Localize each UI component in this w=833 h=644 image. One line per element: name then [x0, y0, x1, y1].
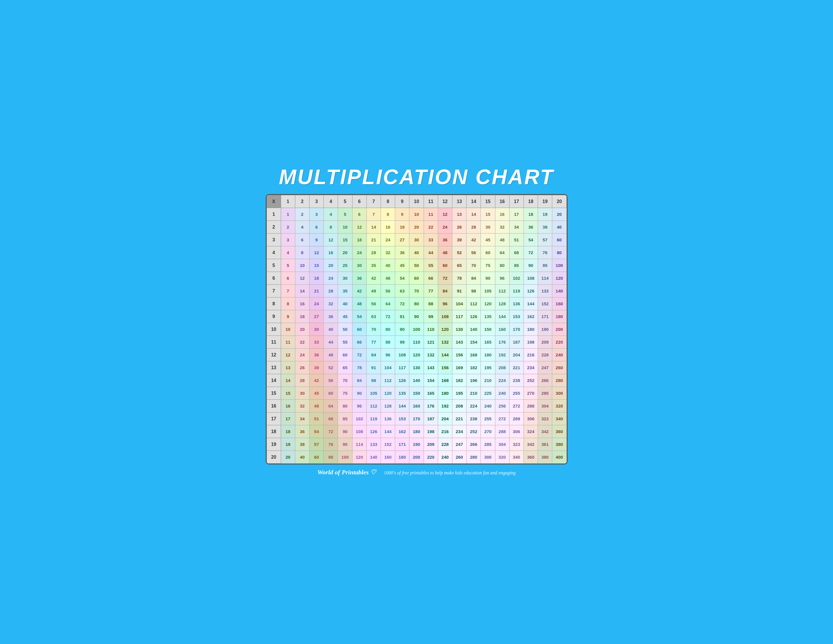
cell-18-4: 72 — [324, 425, 338, 438]
cell-19-1: 19 — [281, 438, 295, 451]
cell-14-12: 168 — [438, 374, 452, 387]
cell-3-13: 39 — [452, 233, 466, 246]
cell-16-20: 320 — [552, 400, 566, 412]
cell-11-7: 77 — [367, 336, 381, 349]
cell-20-18: 360 — [524, 451, 538, 464]
cell-11-16: 176 — [495, 336, 509, 349]
row-header-18: 18 — [267, 425, 281, 438]
table-row-9: 9918273645546372819099108117126135144153… — [267, 310, 566, 323]
cell-19-13: 247 — [452, 438, 466, 451]
cell-12-5: 60 — [338, 349, 352, 361]
cell-18-18: 324 — [524, 425, 538, 438]
row-header-4: 4 — [267, 246, 281, 259]
cell-10-12: 120 — [438, 323, 452, 336]
col-header-15: 15 — [481, 195, 495, 208]
table-row-8: 8816243240485664728088961041121201281361… — [267, 298, 566, 310]
cell-13-14: 182 — [466, 361, 481, 374]
col-header-4: 4 — [324, 195, 338, 208]
cell-5-7: 35 — [367, 259, 381, 272]
cell-11-11: 121 — [424, 336, 438, 349]
cell-13-3: 39 — [309, 361, 324, 374]
cell-2-8: 16 — [381, 221, 395, 233]
cell-4-2: 8 — [295, 246, 309, 259]
cell-13-9: 117 — [395, 361, 409, 374]
cell-16-3: 48 — [309, 400, 324, 412]
cell-2-19: 38 — [538, 221, 552, 233]
cell-4-17: 68 — [509, 246, 524, 259]
cell-12-14: 168 — [466, 349, 481, 361]
cell-13-15: 195 — [481, 361, 495, 374]
cell-18-9: 162 — [395, 425, 409, 438]
cell-19-17: 323 — [509, 438, 524, 451]
cell-16-6: 96 — [352, 400, 367, 412]
cell-6-12: 72 — [438, 272, 452, 285]
cell-6-3: 18 — [309, 272, 324, 285]
cell-20-7: 140 — [367, 451, 381, 464]
col-header-17: 17 — [509, 195, 524, 208]
cell-4-6: 24 — [352, 246, 367, 259]
cell-12-2: 24 — [295, 349, 309, 361]
cell-1-12: 12 — [438, 208, 452, 221]
cell-17-7: 119 — [367, 412, 381, 425]
cell-18-11: 198 — [424, 425, 438, 438]
cell-6-5: 30 — [338, 272, 352, 285]
cell-14-9: 126 — [395, 374, 409, 387]
cell-10-17: 170 — [509, 323, 524, 336]
cell-11-18: 198 — [524, 336, 538, 349]
cell-16-16: 256 — [495, 400, 509, 412]
cell-9-16: 144 — [495, 310, 509, 323]
cell-6-10: 60 — [409, 272, 424, 285]
cell-18-10: 180 — [409, 425, 424, 438]
cell-20-14: 280 — [466, 451, 481, 464]
cell-2-9: 18 — [395, 221, 409, 233]
col-header-7: 7 — [367, 195, 381, 208]
table-row-12: 1212243648607284961081201321441561681801… — [267, 349, 566, 361]
cell-3-4: 12 — [324, 233, 338, 246]
row-header-12: 12 — [267, 349, 281, 361]
cell-16-9: 144 — [395, 400, 409, 412]
cell-17-20: 340 — [552, 412, 566, 425]
cell-16-8: 128 — [381, 400, 395, 412]
cell-12-16: 192 — [495, 349, 509, 361]
cell-15-16: 240 — [495, 387, 509, 400]
cell-9-12: 108 — [438, 310, 452, 323]
cell-13-7: 91 — [367, 361, 381, 374]
cell-1-1: 1 — [281, 208, 295, 221]
table-row-13: 1313263952657891104117130143156169182195… — [267, 361, 566, 374]
cell-3-17: 51 — [509, 233, 524, 246]
cell-7-18: 126 — [524, 285, 538, 298]
cell-2-5: 10 — [338, 221, 352, 233]
cell-8-11: 88 — [424, 298, 438, 310]
cell-18-2: 36 — [295, 425, 309, 438]
cell-14-4: 56 — [324, 374, 338, 387]
cell-19-9: 171 — [395, 438, 409, 451]
cell-3-19: 57 — [538, 233, 552, 246]
cell-7-6: 42 — [352, 285, 367, 298]
cell-2-2: 4 — [295, 221, 309, 233]
cell-7-20: 140 — [552, 285, 566, 298]
cell-1-19: 19 — [538, 208, 552, 221]
cell-4-8: 32 — [381, 246, 395, 259]
cell-9-11: 99 — [424, 310, 438, 323]
cell-16-7: 112 — [367, 400, 381, 412]
table-row-14: 1414284256708498112126140154168182196210… — [267, 374, 566, 387]
cell-19-5: 95 — [338, 438, 352, 451]
cell-2-16: 32 — [495, 221, 509, 233]
cell-1-13: 13 — [452, 208, 466, 221]
cell-3-15: 45 — [481, 233, 495, 246]
cell-17-10: 170 — [409, 412, 424, 425]
cell-17-2: 34 — [295, 412, 309, 425]
table-body: 1123456789101112131415161718192022468101… — [267, 208, 566, 464]
cell-14-19: 266 — [538, 374, 552, 387]
cell-3-14: 42 — [466, 233, 481, 246]
cell-1-9: 9 — [395, 208, 409, 221]
cell-2-17: 34 — [509, 221, 524, 233]
cell-17-14: 238 — [466, 412, 481, 425]
cell-19-12: 228 — [438, 438, 452, 451]
cell-16-12: 192 — [438, 400, 452, 412]
cell-14-8: 112 — [381, 374, 395, 387]
cell-10-3: 30 — [309, 323, 324, 336]
cell-3-11: 33 — [424, 233, 438, 246]
cell-4-11: 44 — [424, 246, 438, 259]
cell-1-15: 15 — [481, 208, 495, 221]
